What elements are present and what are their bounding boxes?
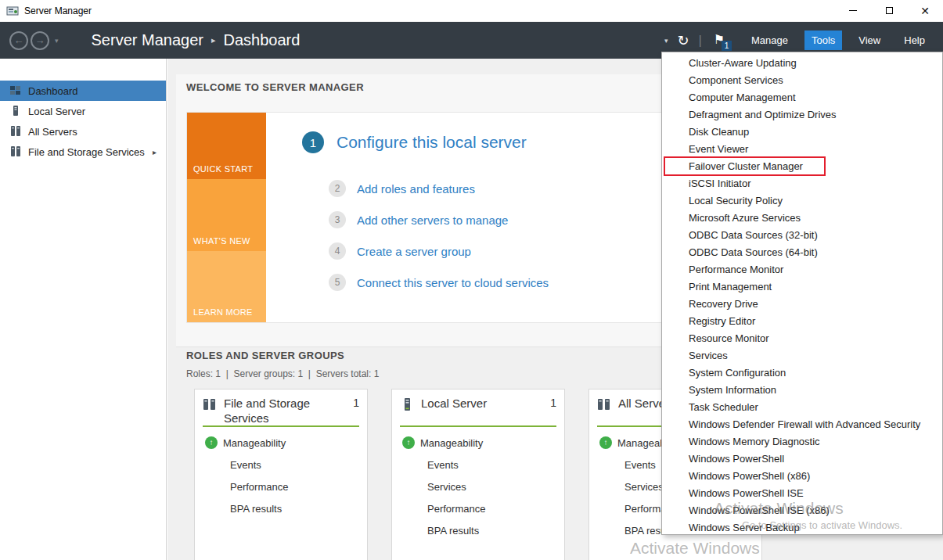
step-add-other-servers[interactable]: 3 Add other servers to manage [329, 211, 508, 228]
forward-button[interactable]: → [31, 31, 49, 50]
close-button[interactable]: ✕ [907, 0, 943, 21]
step-number-badge: 1 [302, 131, 324, 153]
card-divider [400, 425, 556, 427]
minimize-button[interactable] [835, 0, 871, 21]
card-row-label: Performance [427, 503, 485, 515]
tools-menu-item[interactable]: Local Security Policy [662, 192, 942, 210]
title-bar: Server Manager ✕ [0, 0, 943, 22]
tools-menu-item[interactable]: ODBC Data Sources (32-bit) [662, 227, 942, 244]
tools-dropdown-menu: Cluster-Aware Updating Component Service… [661, 52, 943, 535]
tools-menu-item[interactable]: Windows Server Backup [662, 519, 942, 537]
tools-menu-item[interactable]: Cluster-Aware Updating [662, 55, 942, 72]
notifications-flag-button[interactable]: ⚑1 [711, 32, 727, 49]
tools-menu-item[interactable]: Windows PowerShell (x86) [662, 468, 942, 485]
step-number-badge: 4 [329, 242, 346, 260]
card-row-manageability[interactable]: ↑ Manageability [195, 432, 367, 454]
card-title[interactable]: Local Server [421, 397, 545, 411]
nav-divider: | [699, 33, 702, 48]
servers-icon [10, 126, 21, 137]
tab-label: WHAT'S NEW [193, 236, 250, 246]
step-create-server-group[interactable]: 4 Create a server group [329, 242, 471, 260]
tools-menu-item[interactable]: Resource Monitor [662, 330, 942, 347]
card-title[interactable]: File and Storage Services [224, 397, 348, 426]
tools-menu-item[interactable]: System Information [662, 382, 942, 399]
card-row-performance[interactable]: Performance [195, 476, 367, 497]
menu-help[interactable]: Help [897, 31, 932, 50]
card-row-label: Manageability [223, 437, 286, 449]
card-row-bpa-results[interactable]: BPA results [392, 519, 564, 541]
tab-whats-new[interactable]: WHAT'S NEW [187, 179, 266, 251]
dashboard-icon [10, 85, 21, 96]
tools-menu-item[interactable]: Component Services [662, 72, 942, 89]
tools-menu-item[interactable]: Registry Editor [662, 313, 942, 330]
file-storage-services-icon [203, 397, 217, 411]
step-link[interactable]: Configure this local server [337, 133, 527, 152]
window-controls: ✕ [835, 0, 943, 21]
tools-menu-item[interactable]: Performance Monitor [662, 261, 942, 278]
breadcrumb-root[interactable]: Server Manager [92, 31, 203, 49]
tab-label: LEARN MORE [193, 307, 253, 317]
tools-menu-item[interactable]: Event Viewer [662, 141, 942, 158]
step-number-badge: 3 [329, 211, 346, 228]
tools-menu-item[interactable]: Computer Management [662, 89, 942, 106]
tab-learn-more[interactable]: LEARN MORE [187, 251, 266, 322]
tools-menu-item[interactable]: ODBC Data Sources (64-bit) [662, 244, 942, 261]
role-card-file-storage-services: File and Storage Services 1 ↑ Manageabil… [194, 389, 368, 560]
step-link[interactable]: Create a server group [357, 245, 471, 258]
sidebar-item-label: File and Storage Services [28, 146, 145, 158]
sidebar-item-label: Local Server [28, 106, 85, 117]
card-row-events[interactable]: Events [195, 454, 367, 476]
card-row-manageability[interactable]: ↑ Manageability [392, 432, 564, 454]
tools-menu-item[interactable]: Disk Cleanup [662, 124, 942, 141]
tools-menu-item[interactable]: Microsoft Azure Services [662, 210, 942, 227]
card-row-events[interactable]: Events [392, 454, 564, 476]
sidebar-item-file-storage-services[interactable]: File and Storage Services ▸ [0, 142, 166, 162]
tab-quick-start[interactable]: QUICK START [187, 113, 266, 179]
step-link[interactable]: Add other servers to manage [357, 214, 508, 227]
sidebar-item-label: Dashboard [28, 85, 78, 97]
sidebar-item-dashboard[interactable]: Dashboard [0, 81, 166, 101]
menu-tools[interactable]: Tools [804, 31, 842, 50]
step-configure-local-server[interactable]: 1 Configure this local server [302, 131, 527, 153]
refresh-button[interactable]: ↻ [677, 34, 689, 48]
card-row-label: Events [624, 459, 656, 471]
maximize-button[interactable] [871, 0, 907, 21]
manageability-up-icon: ↑ [205, 436, 218, 449]
tools-menu-item[interactable]: Windows PowerShell [662, 451, 942, 468]
servers-icon [597, 397, 611, 411]
tools-menu-item[interactable]: Windows Defender Firewall with Advanced … [662, 416, 942, 433]
menu-view[interactable]: View [851, 31, 887, 50]
sidebar-item-local-server[interactable]: Local Server [0, 101, 166, 121]
step-connect-cloud-services[interactable]: 5 Connect this server to cloud services [329, 274, 549, 291]
tools-menu-item[interactable]: Windows PowerShell ISE (x86) [662, 502, 942, 519]
tools-menu-item[interactable]: Print Management [662, 278, 942, 296]
card-row-label: Performance [230, 481, 288, 493]
step-link[interactable]: Connect this server to cloud services [357, 276, 549, 289]
card-row-label: Events [427, 459, 459, 471]
nav-history-caret-icon[interactable]: ▾ [55, 37, 59, 45]
roles-section-stats: Roles: 1 | Server groups: 1 | Servers to… [186, 368, 379, 379]
card-row-bpa-results[interactable]: BPA results [195, 497, 367, 519]
tools-menu-item[interactable]: System Configuration [662, 364, 942, 382]
tools-menu-item[interactable]: Recovery Drive [662, 296, 942, 313]
card-row-services[interactable]: Services [392, 476, 564, 497]
back-button[interactable]: ← [9, 31, 28, 50]
tools-menu-item[interactable]: Windows PowerShell ISE [662, 485, 942, 502]
tools-menu-item[interactable]: Services [662, 347, 942, 364]
card-row-label: Services [427, 481, 466, 493]
breadcrumb-separator-icon: ▸ [211, 35, 216, 45]
step-add-roles-features[interactable]: 2 Add roles and features [329, 180, 475, 197]
tools-menu-item[interactable]: iSCSI Initiator [662, 175, 942, 192]
menu-manage[interactable]: Manage [744, 31, 795, 50]
tools-menu-item[interactable]: Task Scheduler [662, 399, 942, 416]
tools-menu-item[interactable]: Defragment and Optimize Drives [662, 106, 942, 124]
sidebar-item-all-servers[interactable]: All Servers [0, 121, 166, 142]
step-number-badge: 5 [329, 274, 346, 291]
refresh-caret-icon[interactable]: ▾ [664, 37, 668, 45]
quick-start-tabs: QUICK START WHAT'S NEW LEARN MORE [187, 113, 266, 322]
expand-chevron-icon[interactable]: ▸ [153, 148, 157, 156]
tools-menu-item-failover-cluster-manager[interactable]: Failover Cluster Manager [662, 158, 942, 175]
step-link[interactable]: Add roles and features [357, 182, 475, 196]
card-row-performance[interactable]: Performance [392, 497, 564, 519]
tools-menu-item[interactable]: Windows Memory Diagnostic [662, 433, 942, 451]
